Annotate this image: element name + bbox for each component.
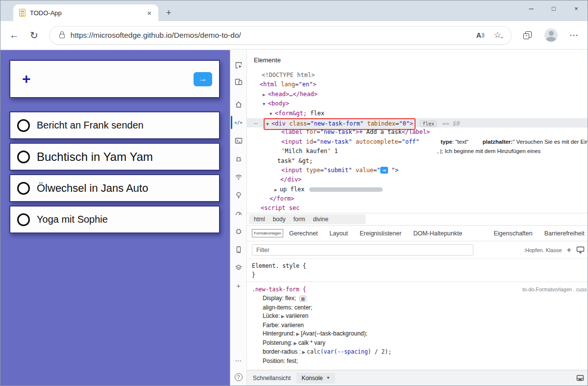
dom-token: "0" [399, 120, 410, 127]
styles-filter-input[interactable] [252, 244, 473, 256]
device-emulation-icon[interactable] [230, 74, 246, 90]
dom-tree-node[interactable]: task" &gt; [247, 156, 588, 166]
dom-token: "en" [299, 81, 313, 88]
display-overlay-icon[interactable] [576, 246, 585, 254]
css-line[interactable]: Hintergrund: ▶ [Avar(--task-background); [247, 330, 588, 339]
browser-tab[interactable]: TODO-App × [13, 4, 158, 21]
dom-tree-node[interactable]: ▼ <body> [247, 99, 588, 108]
dom-tree-node[interactable]: </div> [247, 175, 588, 184]
lock-icon[interactable] [59, 34, 65, 38]
dom-tree-node[interactable]: ▶ <head>…</head> [247, 90, 588, 99]
dom-tree-node[interactable]: <input id="new-task" autocomplete="off" … [247, 137, 588, 147]
inspect-icon[interactable] [230, 57, 246, 74]
performance-icon[interactable] [230, 204, 246, 222]
url-text[interactable]: https://microsoftedge.github.io/Demos/de… [71, 31, 476, 40]
layers-icon[interactable] [230, 258, 246, 277]
debug-icon[interactable] [230, 150, 246, 168]
more-tools-icon[interactable]: ⋯ [230, 352, 246, 369]
task-checkbox[interactable] [17, 182, 30, 195]
dom-tree-node[interactable]: ▶ up flex [247, 185, 588, 194]
breadcrumb-item[interactable]: form [294, 216, 305, 223]
tab-close-icon[interactable]: × [145, 9, 153, 17]
css-token: Farbe: [263, 322, 280, 329]
elements-icon[interactable]: </> [230, 113, 246, 131]
css-line[interactable]: Display: flex; ▦ [247, 294, 588, 304]
minimize-button[interactable]: ─ [520, 0, 542, 16]
dom-tree-node[interactable]: <!DOCTYPE html> [247, 71, 588, 80]
css-line[interactable]: border-radius : ▶ calc(var(--spacing) / … [247, 348, 588, 357]
style-tab-0[interactable]: Formatvorlagen [252, 229, 283, 237]
style-tab-2[interactable]: Layout [329, 230, 348, 237]
breadcrumb-item[interactable]: html [254, 216, 265, 223]
styles-toolbar-right: :Hopfen. Klasse + [524, 246, 588, 255]
address-bar[interactable]: https://microsoftedge.github.io/Demos/de… [49, 26, 512, 45]
maximize-button[interactable]: □ [542, 0, 565, 16]
css-line[interactable]: .new-task-form {to-do-Formatvorlagen . c… [247, 284, 588, 294]
style-tab-3[interactable]: Ereignislistener [360, 230, 401, 237]
help-icon[interactable]: ? [230, 369, 246, 386]
flex-badge[interactable]: flex [420, 121, 437, 127]
css-line[interactable]: align-items: center; [247, 304, 588, 312]
css-line[interactable]: Element. style { [247, 262, 588, 271]
refresh-icon[interactable]: ↻ [30, 29, 38, 41]
dom-token: task" &gt; [277, 157, 313, 164]
home-icon[interactable] [230, 95, 246, 113]
console-quickview-tab[interactable]: Konsole ▼ [296, 373, 335, 384]
css-line[interactable]: } [247, 271, 588, 280]
task-item[interactable]: Buchtisch in Yam Yam [9, 143, 220, 171]
css-token: Lücke: [263, 312, 280, 319]
back-icon[interactable]: ← [9, 29, 19, 41]
task-checkbox[interactable] [17, 119, 30, 132]
css-line[interactable]: Lücke: ▶ variieren [247, 312, 588, 321]
css-line[interactable]: Farbe: variieren [247, 321, 588, 330]
dom-tree-node[interactable]: </form> [247, 194, 588, 204]
style-tab-4[interactable]: DOM-Haltepunkte [413, 230, 462, 237]
dom-token: tabindex [367, 120, 395, 127]
css-line[interactable]: Polsterung: ▶ calk * vary [247, 339, 588, 348]
network-icon[interactable] [230, 168, 246, 186]
dom-tree-node[interactable]: <input type="submit" value="→ "> [247, 166, 588, 175]
style-tab-5[interactable]: Eigenschaften [493, 230, 532, 237]
dom-tree-node[interactable]: <html lang="en"> [247, 80, 588, 89]
collections-icon[interactable] [523, 31, 532, 39]
new-tab-button[interactable]: + [166, 8, 172, 17]
add-task-button[interactable]: → [194, 72, 212, 86]
add-task-plus-label: + [22, 72, 31, 86]
cpu-icon[interactable] [230, 222, 246, 240]
console-icon[interactable] [230, 131, 246, 150]
add-favorite-icon[interactable]: ☆ [494, 30, 501, 40]
dom-tree-node[interactable]: ⋯▼ <div class="new-task-form" tabindex="… [247, 118, 588, 128]
read-aloud-icon[interactable]: A)) [476, 31, 484, 39]
dom-token: lang [281, 81, 295, 88]
node-more-icon[interactable]: ⋯ [254, 120, 258, 127]
dom-tree-node[interactable]: 'Milch kaufen' 1 , |; Ich beginne mit de… [247, 147, 588, 156]
quickview-panel-icon[interactable] [576, 375, 584, 381]
settings-more-icon[interactable]: ⋯ [569, 30, 579, 41]
pseudo-class-label[interactable]: :Hopfen. Klasse [524, 247, 562, 253]
task-checkbox[interactable] [17, 213, 30, 226]
css-line[interactable]: Position: fest; [247, 357, 588, 366]
breadcrumb-item[interactable]: divine [313, 216, 328, 223]
close-button[interactable]: × [565, 0, 588, 16]
add-tools-icon[interactable]: + [230, 277, 246, 295]
task-checkbox[interactable] [17, 151, 30, 163]
new-task-input[interactable] [36, 74, 189, 84]
task-item[interactable]: Ölwechsel in Jans Auto [9, 174, 220, 202]
tab-strip: TODO-App × + ─ □ × [0, 0, 588, 21]
dom-token: <form&gt; [275, 110, 307, 117]
dom-token: , |; Ich beginne mit dem Hinzufügen eine… [437, 148, 540, 154]
lightbulb-icon[interactable] [230, 186, 246, 204]
dom-tree-node[interactable]: ▼ <form&gt; flex [247, 109, 588, 118]
dom-tree-node[interactable]: <label for="new-task">+ Add a task</labe… [247, 128, 588, 137]
stylesheet-link[interactable]: to-do-Formatvorlagen . cuss : 13 [522, 285, 588, 294]
breadcrumb-item[interactable]: body [273, 216, 286, 223]
style-tab-6[interactable]: Barrierefreiheit [544, 230, 585, 237]
profile-avatar[interactable] [544, 28, 558, 42]
devtools-panel: </> [230, 50, 588, 386]
task-item[interactable]: Bericht an Frank senden [9, 111, 220, 139]
style-tab-1[interactable]: Gerechnet [289, 230, 318, 237]
task-item[interactable]: Yoga mit Sophie [9, 206, 220, 233]
application-icon[interactable] [230, 240, 246, 258]
new-style-rule-icon[interactable]: + [567, 246, 571, 255]
dom-tree-node[interactable]: <script sec [247, 204, 588, 213]
